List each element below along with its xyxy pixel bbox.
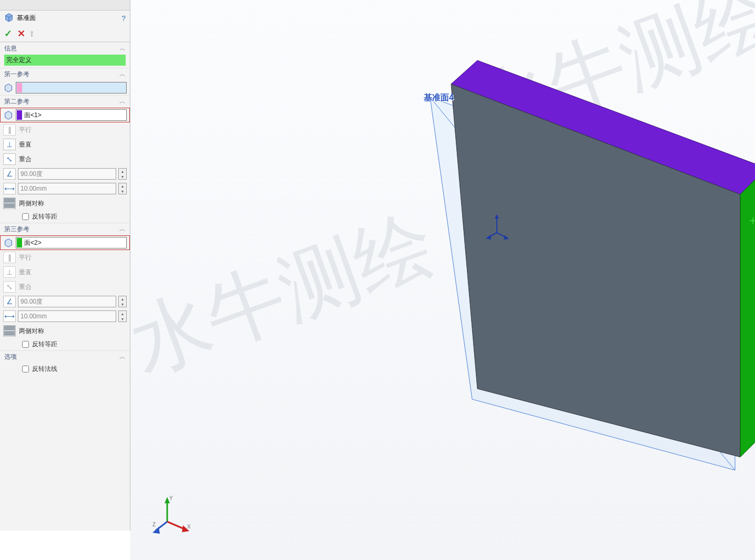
ref3-header[interactable]: 第三参考 ︿ xyxy=(0,223,130,235)
ref3-selection-row: 面<2> xyxy=(0,235,130,250)
svg-marker-22 xyxy=(152,527,160,534)
cancel-button[interactable]: ✕ xyxy=(17,28,25,39)
ref3-parallel[interactable]: ∥平行 xyxy=(0,250,130,265)
ref2-angle-row: ∠ ▲▼ xyxy=(0,167,130,181)
ref3-angle-input[interactable] xyxy=(18,296,116,307)
ref2-value: 面<1> xyxy=(24,111,42,120)
ref1-selection-box[interactable] xyxy=(16,82,127,94)
ref2-distance-spinner[interactable]: ▲▼ xyxy=(118,183,127,194)
ref3-distance-spinner[interactable]: ▲▼ xyxy=(118,310,127,322)
ref3-reverse-offset-row: 反转等距 xyxy=(0,338,130,350)
ref2-coincident[interactable]: ⤡重合 xyxy=(0,152,130,167)
property-panel: 基准面 ? ✓ ✕ ⟟ 信息 ︿ 完全定义 第一参考 ︿ xyxy=(0,0,130,531)
perpendicular-icon: ⊥ xyxy=(3,139,16,150)
ref3-reverse-offset-checkbox[interactable] xyxy=(22,341,29,348)
ref3-angle-spinner[interactable]: ▲▼ xyxy=(118,296,127,307)
chevron-up-icon: ︿ xyxy=(119,70,126,79)
ref3-perpendicular[interactable]: ⊥垂直 xyxy=(0,265,130,279)
parallel-icon: ∥ xyxy=(3,252,16,263)
cube-icon xyxy=(3,237,14,248)
reverse-normal-row: 反转法线 xyxy=(0,363,130,375)
ref3-color-chip xyxy=(17,238,22,247)
plane-icon xyxy=(4,13,14,24)
ref3-selection-box[interactable]: 面<2> xyxy=(16,237,127,248)
svg-marker-10 xyxy=(495,214,499,219)
feature-title: 基准面 xyxy=(17,14,36,23)
reverse-normal-checkbox[interactable] xyxy=(22,366,29,372)
svg-marker-14 xyxy=(486,235,491,240)
chevron-up-icon: ︿ xyxy=(119,44,126,53)
angle-icon: ∠ xyxy=(3,296,16,307)
ref2-distance-row: ⟷ ▲▼ xyxy=(0,181,130,196)
ref2-reverse-offset-label: 反转等距 xyxy=(32,212,57,221)
pin-button[interactable]: ⟟ xyxy=(30,29,33,38)
ref3-distance-row: ⟷ ▲▼ xyxy=(0,309,130,324)
parallel-icon: ∥ xyxy=(3,124,16,136)
svg-marker-5 xyxy=(5,111,12,119)
ref2-reverse-offset-row: 反转等距 xyxy=(0,211,130,223)
feature-title-row: 基准面 ? xyxy=(0,11,130,26)
cube-icon xyxy=(3,82,14,93)
ref2-reverse-offset-checkbox[interactable] xyxy=(22,213,29,220)
ref2-selection-row: 面<1> xyxy=(0,108,130,122)
ref1-color-chip xyxy=(17,83,22,92)
ref2-parallel[interactable]: ∥平行 xyxy=(0,122,130,137)
chevron-up-icon: ︿ xyxy=(119,97,126,106)
svg-text:Y: Y xyxy=(169,495,173,501)
svg-text:Z: Z xyxy=(152,522,156,527)
ref2-selection-box[interactable]: 面<1> xyxy=(16,109,127,121)
model-3d[interactable] xyxy=(278,21,755,494)
svg-marker-6 xyxy=(5,239,12,247)
ref2-both-sides[interactable]: 两侧对称 xyxy=(0,196,130,211)
ref3-reverse-offset-label: 反转等距 xyxy=(32,340,57,349)
coincident-icon: ⤡ xyxy=(3,153,16,165)
ref2-header[interactable]: 第二参考 ︿ xyxy=(0,95,130,108)
ok-button[interactable]: ✓ xyxy=(4,28,12,39)
ref2-color-chip xyxy=(17,110,22,120)
ref2-distance-input[interactable] xyxy=(18,183,116,194)
options-header[interactable]: 选项 ︿ xyxy=(0,350,130,363)
viewport-3d[interactable]: 水牛测绘 水牛测绘 基准面4 xyxy=(130,0,755,560)
confirm-row: ✓ ✕ ⟟ xyxy=(0,26,130,42)
ref1-selection-row xyxy=(0,80,130,95)
panel-tabs[interactable] xyxy=(0,0,130,11)
distance-icon: ⟷ xyxy=(3,310,16,322)
help-icon[interactable]: ? xyxy=(121,14,126,23)
ref2-perpendicular[interactable]: ⊥垂直 xyxy=(0,137,130,152)
both-sides-icon xyxy=(3,325,16,337)
distance-icon: ⟷ xyxy=(3,183,16,194)
perpendicular-icon: ⊥ xyxy=(3,266,16,278)
ref1-header[interactable]: 第一参考 ︿ xyxy=(0,68,130,80)
center-triad-icon xyxy=(484,214,510,241)
plane-label[interactable]: 基准面4 xyxy=(424,92,454,103)
chevron-up-icon: ︿ xyxy=(119,225,126,234)
ref3-value: 面<2> xyxy=(24,238,42,247)
ref3-coincident[interactable]: ⤡重合 xyxy=(0,279,130,294)
view-triad-icon[interactable]: Y X Z xyxy=(151,493,193,535)
ref3-angle-row: ∠ ▲▼ xyxy=(0,294,130,309)
ref3-both-sides[interactable]: 两侧对称 xyxy=(0,324,130,338)
model-right-face[interactable] xyxy=(740,168,755,457)
status-fully-defined: 完全定义 xyxy=(4,55,126,66)
cube-icon xyxy=(3,110,14,120)
coincident-icon: ⤡ xyxy=(3,281,16,293)
angle-icon: ∠ xyxy=(3,168,16,180)
ref2-angle-spinner[interactable]: ▲▼ xyxy=(118,168,127,180)
svg-text:X: X xyxy=(187,524,191,530)
ref2-angle-input[interactable] xyxy=(18,168,116,180)
ref3-distance-input[interactable] xyxy=(18,310,116,322)
reverse-normal-label: 反转法线 xyxy=(32,365,57,374)
info-section-header[interactable]: 信息 ︿ xyxy=(0,42,130,55)
both-sides-icon xyxy=(3,198,16,209)
svg-marker-4 xyxy=(5,84,12,92)
chevron-up-icon: ︿ xyxy=(119,352,126,361)
